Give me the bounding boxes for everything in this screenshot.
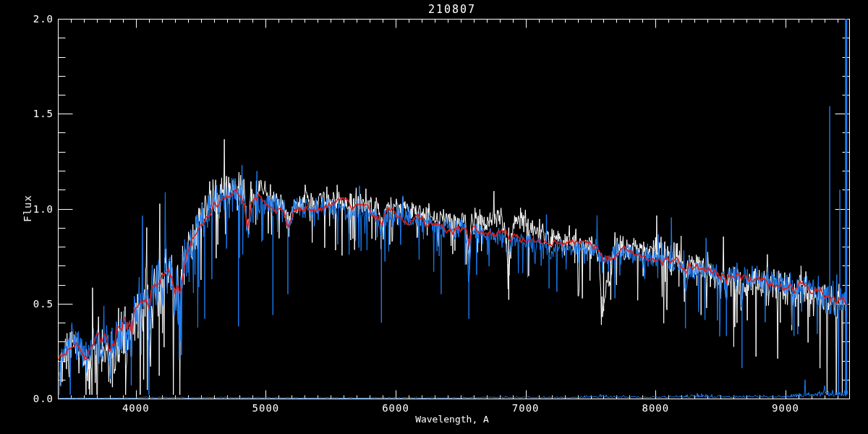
y-tick-label: 0.5 xyxy=(20,298,54,310)
x-tick-label: 9000 xyxy=(772,402,799,414)
x-tick-label: 7000 xyxy=(512,402,540,414)
x-axis-label: Wavelength, A xyxy=(415,414,489,425)
x-tick-label: 4000 xyxy=(122,402,150,414)
chart-canvas xyxy=(0,0,868,434)
y-tick-label: 1.0 xyxy=(20,203,54,215)
y-tick-label: 2.0 xyxy=(20,13,54,25)
x-tick-label: 8000 xyxy=(642,402,669,414)
plot-title: 210807 xyxy=(428,3,476,16)
spectrum-plot: 210807 Wavelength, A Flux 40005000600070… xyxy=(0,0,868,434)
y-tick-label: 0.0 xyxy=(20,393,54,404)
x-tick-label: 6000 xyxy=(382,402,409,414)
x-tick-label: 5000 xyxy=(252,402,280,414)
y-tick-label: 1.5 xyxy=(20,108,54,119)
